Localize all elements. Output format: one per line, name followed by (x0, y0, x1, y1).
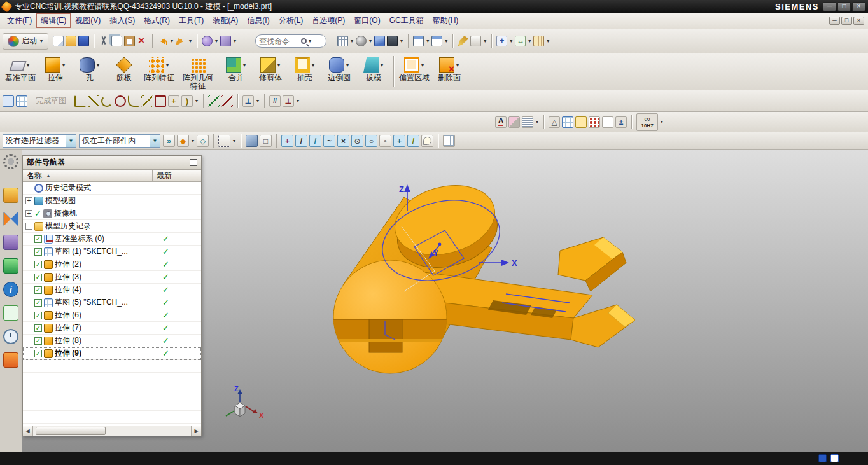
eraser-icon[interactable] (508, 116, 520, 128)
feature-button-datum-plane[interactable]: ▾基准平面 (3, 55, 38, 83)
tree-row[interactable]: ✓拉伸 (8)✓ (23, 335, 201, 347)
snap-point-icon[interactable] (177, 135, 189, 147)
paste-icon[interactable] (124, 36, 135, 46)
checkbox[interactable]: ✓ (34, 299, 42, 307)
feature-button-hole[interactable]: ▾孔 (73, 55, 107, 83)
checkbox[interactable]: ✓ (34, 248, 42, 256)
dropdown-arrow-icon[interactable]: ▼ (66, 135, 76, 147)
new-file-icon[interactable] (53, 36, 64, 46)
circle-icon[interactable] (115, 95, 126, 107)
copy-window-icon[interactable] (413, 36, 424, 46)
snap-handle-icon[interactable] (197, 135, 209, 147)
tree-row[interactable]: ✓拉伸 (4)✓ (23, 284, 201, 296)
tree-row[interactable]: ✓拉伸 (2)✓ (23, 258, 201, 271)
dropdown-arrow[interactable]: ▾ (243, 62, 246, 68)
tree-row[interactable]: ✓基准坐标系 (0)✓ (23, 233, 201, 246)
checkbox[interactable]: ✓ (34, 324, 42, 332)
sketch-grid-icon[interactable] (16, 95, 27, 107)
tolerance-button[interactable]: ∞ 10H7 (636, 113, 658, 131)
snap-points-icon[interactable] (496, 36, 507, 46)
circle-icon[interactable] (365, 135, 377, 147)
undock-button[interactable] (190, 159, 197, 166)
dropdown-arrow[interactable]: ▾ (369, 38, 372, 44)
dropdown-arrow[interactable]: ▾ (346, 62, 349, 68)
undo-icon[interactable] (157, 36, 168, 46)
dropdown-arrow[interactable]: ▾ (426, 38, 429, 44)
tree-row[interactable]: ✓草图 (1) "SKETCH_...✓ (23, 246, 201, 258)
wireframe-cube-icon[interactable] (260, 135, 272, 147)
dropdown-arrow[interactable]: ▾ (192, 138, 194, 144)
rect-select-icon[interactable] (218, 135, 230, 147)
profile-icon[interactable] (74, 95, 86, 107)
checkbox[interactable]: ✓ (34, 235, 42, 243)
transform-icon[interactable] (220, 36, 231, 46)
checkbox[interactable]: ✓ (34, 312, 42, 319)
dropdown-arrow[interactable]: ▾ (195, 98, 198, 104)
dropdown-arrow[interactable]: ▾ (510, 38, 512, 44)
dropdown-arrow[interactable]: ▾ (312, 62, 314, 68)
window-grid-icon[interactable] (337, 36, 348, 46)
balloon-icon[interactable] (421, 135, 433, 147)
constraint-icon[interactable] (242, 95, 254, 107)
slash-point-icon[interactable] (407, 135, 419, 147)
parallel-icon[interactable] (269, 95, 281, 107)
feature-button-offset-region[interactable]: ▾偏置区域 (396, 55, 432, 83)
dropdown-arrow[interactable]: ▾ (309, 38, 311, 44)
edit-pencil-icon[interactable] (458, 36, 468, 46)
quadrant-icon[interactable] (379, 135, 391, 147)
scrollbar-thumb[interactable] (36, 427, 106, 435)
menu-item-11[interactable]: 窗口(O) (349, 13, 384, 28)
dropdown-arrow[interactable]: ▾ (456, 62, 459, 68)
open-folder-icon[interactable] (66, 36, 76, 46)
tree-row[interactable]: ✓草图 (5) "SKETCH_...✓ (23, 296, 201, 309)
checkbox[interactable]: ✓ (34, 350, 42, 357)
menu-item-7[interactable]: 装配(A) (208, 13, 242, 28)
measure-icon[interactable] (515, 36, 526, 46)
restore-button[interactable]: □ (841, 17, 852, 25)
feature-button-rib[interactable]: 筋板 (107, 55, 141, 83)
bowtie-icon[interactable] (3, 211, 18, 226)
roles-gear-icon[interactable] (3, 154, 18, 169)
menu-item-9[interactable]: 分析(L) (274, 13, 308, 28)
dropdown-arrow[interactable]: ▾ (277, 62, 280, 68)
dropdown-arrow[interactable]: ▾ (189, 38, 192, 44)
feature-button-pattern-feature[interactable]: ▾阵列特征 (141, 55, 177, 83)
checkbox[interactable]: ✓ (34, 274, 42, 281)
dropdown-arrow[interactable]: ▾ (171, 38, 173, 44)
list-icon[interactable] (522, 116, 533, 128)
selection-scope-dropdown[interactable]: 仅在工作部件内 ▼ (79, 134, 160, 148)
menu-item-5[interactable]: 格式(R) (139, 13, 174, 28)
touch-icon[interactable] (3, 352, 18, 368)
show-hide-icon[interactable] (470, 36, 481, 46)
triangle-icon[interactable] (549, 116, 560, 128)
menu-item-13[interactable]: 帮助(H) (428, 13, 463, 28)
cut-icon[interactable] (99, 36, 109, 46)
close-button[interactable]: × (852, 2, 865, 11)
rectangle-icon[interactable] (155, 95, 166, 107)
dropdown-arrow[interactable]: ▾ (484, 38, 486, 44)
dropdown-arrow[interactable]: ▾ (256, 98, 259, 104)
layers-icon[interactable] (818, 454, 827, 462)
feature-button-edge-blend[interactable]: ▾边倒圆 (322, 55, 356, 83)
delete-icon[interactable] (137, 36, 148, 46)
dropdown-arrow[interactable]: ▾ (62, 62, 65, 68)
perpendicular-icon[interactable] (283, 95, 294, 107)
dropdown-arrow[interactable]: ▾ (351, 38, 353, 44)
feature-button-extrude[interactable]: ▾拉伸 (38, 55, 73, 83)
dim-edit-icon[interactable] (615, 116, 627, 128)
dropdown-arrow[interactable]: ▾ (233, 138, 235, 144)
point-icon[interactable] (168, 95, 179, 107)
note-icon[interactable] (602, 116, 613, 128)
shaded-cube-icon[interactable] (246, 135, 258, 147)
info-icon[interactable] (3, 282, 18, 297)
clock-icon[interactable] (3, 329, 18, 344)
menu-item-12[interactable]: GC工具箱 (385, 13, 428, 28)
ruler-icon[interactable] (533, 36, 544, 46)
dropdown-arrow[interactable]: ▾ (234, 38, 236, 44)
dropdown-arrow-icon[interactable]: ▼ (150, 135, 160, 147)
dropdown-arrow[interactable]: ▾ (547, 38, 549, 44)
scroll-left-button[interactable]: ◀ (23, 426, 33, 436)
menu-item-10[interactable]: 首选项(P) (307, 13, 349, 28)
dropdown-arrow[interactable]: ▾ (297, 98, 299, 104)
layers-icon[interactable] (3, 258, 18, 274)
